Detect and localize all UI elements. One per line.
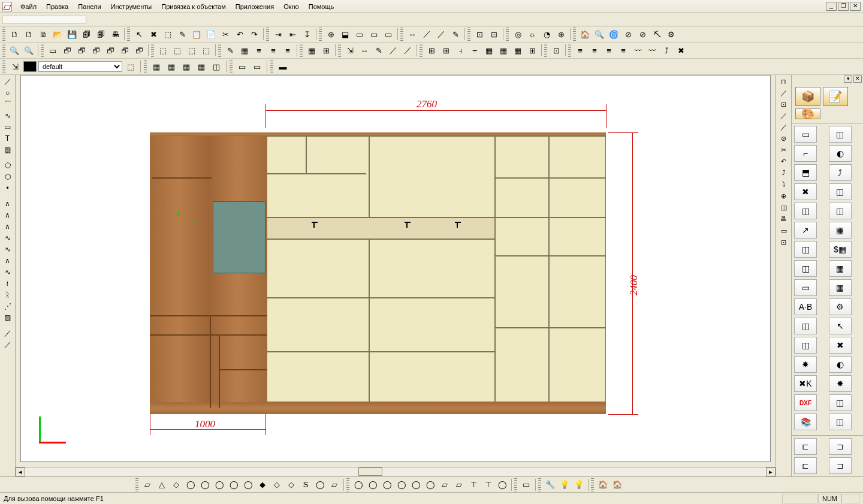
tool-button[interactable]: ⌒ [2,99,14,110]
toolbar-button[interactable]: ／ [420,28,433,41]
toolbar-button[interactable]: ≡ [617,44,630,57]
toolbar-button[interactable]: ▦ [305,44,318,57]
toolbar-button[interactable]: ↶ [233,28,246,41]
toolbar-button[interactable]: ◔ [540,28,553,41]
scroll-track[interactable] [25,467,766,476]
toolbar-button[interactable]: 🖶 [108,28,122,41]
restore-button[interactable]: ❐ [838,2,849,11]
toolbar-button[interactable]: ／ [387,44,400,57]
palette-icon[interactable]: 🎨 [795,108,820,119]
toolbar-button[interactable]: 🗗 [61,44,74,57]
panel-item[interactable]: ✸ [829,375,852,392]
toolbar-button[interactable]: ⚙ [665,28,678,41]
shape-button[interactable]: ◯ [184,478,197,491]
toolbar-button[interactable]: ▦ [150,60,163,73]
shape-button[interactable]: ▱ [438,478,451,491]
panel-item[interactable]: ◫ [794,241,817,258]
panel-item[interactable]: ⊐ [829,438,852,455]
toolbar-button[interactable]: ≡ [602,44,615,57]
panel-item[interactable]: ⊐ [829,457,852,474]
toolbar-button[interactable]: ▭ [46,44,59,57]
panel-item[interactable]: ✸ [794,356,817,373]
shape-button[interactable]: ◯ [213,478,226,491]
panel-item[interactable]: ✖K [794,375,817,392]
toolbar-button[interactable]: 🔍 [8,44,21,57]
tool-button[interactable]: ▭ [778,225,790,236]
tool-button[interactable]: 🖶 [778,213,790,224]
panel-item[interactable]: ◫ [829,126,852,143]
panel-item[interactable]: ▦ [829,222,852,239]
shape-button[interactable]: △ [155,478,168,491]
panel-item[interactable]: ⌐ [794,145,817,162]
tool-button[interactable]: ∧ [2,255,14,266]
toolbar-button[interactable]: ▦ [238,44,251,57]
panel-item[interactable]: ◐ [829,356,852,373]
panel-item[interactable]: ✖ [794,183,817,200]
shape-button[interactable]: 💡 [558,478,571,491]
tool-button[interactable]: ∿ [2,244,14,255]
tool-button[interactable]: ✂ [778,144,790,155]
toolbar-button[interactable]: ⬚ [124,60,137,73]
shape-button[interactable]: ▱ [141,478,154,491]
toolbar-button[interactable]: 📄 [204,28,218,41]
tool-button[interactable]: ／ [778,87,790,98]
toolbar-button[interactable]: 🗐 [80,28,93,41]
toolbar-button[interactable]: ↔ [406,28,419,41]
toolbar-button[interactable]: ▭ [353,28,366,41]
toolbar-button[interactable]: 🔍 [593,28,606,41]
menu-file[interactable]: Файл [16,1,41,12]
toolbar-button[interactable]: 🌀 [607,28,620,41]
toolbar-button[interactable]: ▦ [511,44,524,57]
toolbar-button[interactable]: 〰 [645,44,659,57]
shape-button[interactable]: ◯ [496,478,509,491]
toolbar-button[interactable]: ✂ [219,28,232,41]
toolbar-button[interactable]: 🗗 [104,44,117,57]
layer-dropdown[interactable]: default [38,61,122,72]
toolbar-button[interactable]: ⬚ [161,28,174,41]
toolbar-button[interactable]: 🔍 [22,44,35,57]
shape-button[interactable]: ◯ [352,478,365,491]
panel-item[interactable]: ⊏ [794,438,817,455]
edit-library-icon[interactable]: 📝 [823,87,848,106]
toolbar-button[interactable]: ↧ [300,28,313,41]
toolbar-button[interactable]: ⫟ [468,44,481,57]
toolbar-button[interactable]: ⊕ [324,28,337,41]
toolbar-button[interactable]: ⊘ [636,28,649,41]
menu-tools[interactable]: Инструменты [106,1,157,12]
shape-button[interactable]: S [299,478,312,491]
toolbar-button[interactable]: ≡ [588,44,601,57]
shape-button[interactable]: ◯ [395,478,408,491]
toolbar-button[interactable]: ◎ [511,28,524,41]
toolbar-button[interactable]: ⬚ [185,44,198,57]
shape-button[interactable]: 🏠 [596,478,609,491]
shape-button[interactable]: ◆ [256,478,269,491]
toolbar-button[interactable]: ☼ [526,28,539,41]
shape-button[interactable]: ▱ [452,478,466,491]
tool-button[interactable]: ⊓ [778,76,790,87]
toolbar-button[interactable]: ⊕ [554,28,568,41]
toolbar-button[interactable]: 💾 [65,28,79,41]
tool-button[interactable]: ᚱ [2,289,14,300]
panel-item[interactable]: ◫ [829,394,852,411]
panel-float-icon[interactable]: ▾ [844,76,852,83]
shape-button[interactable]: ▭ [520,478,533,491]
toolbar-button[interactable]: ✎ [372,44,385,57]
panel-item[interactable]: ◫ [829,183,852,200]
shape-button[interactable]: ◇ [270,478,283,491]
minimize-button[interactable]: _ [826,2,837,11]
tool-button[interactable]: ▨ [2,144,14,155]
shape-button[interactable]: ▱ [328,478,341,491]
toolbar-button[interactable]: ✖ [147,28,160,41]
tool-button[interactable]: ∧ [2,210,14,221]
hscrollbar[interactable]: ◂ ▸ [16,467,776,476]
tool-button[interactable]: ／ [778,110,790,121]
shape-button[interactable]: ◯ [424,478,437,491]
toolbar-button[interactable]: ▦ [497,44,510,57]
toolbar-button[interactable]: ▦ [165,60,178,73]
shape-button[interactable]: ◇ [170,478,183,491]
tool-button[interactable]: ▨ [2,312,14,323]
shape-button[interactable]: 💡 [572,478,586,491]
tool-button[interactable]: ⬡ [2,171,14,182]
shape-button[interactable]: ◯ [409,478,423,491]
close-button[interactable]: ✕ [850,2,861,11]
